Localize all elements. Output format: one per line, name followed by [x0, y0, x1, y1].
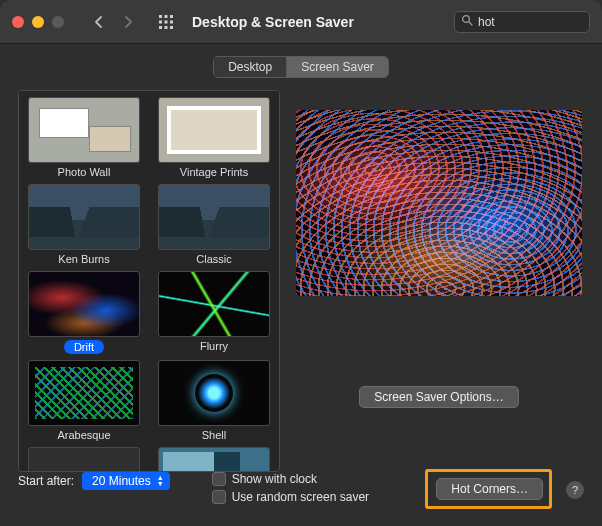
- svg-rect-4: [165, 20, 168, 23]
- checkbox-icon: [212, 472, 226, 486]
- svg-rect-1: [165, 15, 168, 18]
- tab-desktop[interactable]: Desktop: [214, 57, 286, 77]
- start-after-label: Start after:: [18, 474, 74, 488]
- screensaver-item-flurry[interactable]: Flurry: [153, 271, 275, 354]
- search-input[interactable]: [478, 15, 602, 29]
- use-random-checkbox[interactable]: Use random screen saver: [212, 490, 369, 504]
- screensaver-list[interactable]: Photo WallVintage PrintsKen BurnsClassic…: [18, 90, 280, 472]
- hot-corners-button[interactable]: Hot Corners…: [436, 478, 543, 500]
- screensaver-item-vintage-prints[interactable]: Vintage Prints: [153, 97, 275, 178]
- screensaver-caption: Vintage Prints: [180, 166, 248, 178]
- screensaver-caption: Arabesque: [57, 429, 110, 441]
- svg-rect-0: [159, 15, 162, 18]
- screensaver-caption: Flurry: [200, 340, 228, 352]
- screensaver-item-album-artwork[interactable]: Album Artwork: [153, 447, 275, 472]
- checkbox-icon: [212, 490, 226, 504]
- close-window-button[interactable]: [12, 16, 24, 28]
- zoom-window-button[interactable]: [52, 16, 64, 28]
- screensaver-thumbnail: [28, 271, 140, 337]
- screensaver-caption: Photo Wall: [58, 166, 111, 178]
- screensaver-thumbnail: [158, 271, 270, 337]
- search-icon: [461, 14, 473, 29]
- titlebar: Desktop & Screen Saver ✕: [0, 0, 602, 44]
- tab-screen-saver[interactable]: Screen Saver: [286, 57, 388, 77]
- screensaver-item-shell[interactable]: Shell: [153, 360, 275, 441]
- forward-button[interactable]: [116, 11, 140, 33]
- svg-rect-6: [159, 26, 162, 29]
- screensaver-thumbnail: [28, 360, 140, 426]
- search-field[interactable]: ✕: [454, 11, 590, 33]
- start-after-value: 20 Minutes: [92, 474, 151, 488]
- hot-corners-highlight: Hot Corners…: [425, 469, 552, 509]
- svg-rect-3: [159, 20, 162, 23]
- screensaver-thumbnail: [158, 447, 270, 472]
- screensaver-item-message[interactable]: AaMessage: [23, 447, 145, 472]
- screensaver-caption: Ken Burns: [58, 253, 109, 265]
- svg-rect-2: [170, 15, 173, 18]
- screensaver-thumbnail: [158, 360, 270, 426]
- screensaver-caption: Classic: [196, 253, 231, 265]
- help-button[interactable]: ?: [566, 481, 584, 499]
- svg-rect-5: [170, 20, 173, 23]
- screensaver-thumbnail: [158, 184, 270, 250]
- screensaver-item-arabesque[interactable]: Arabesque: [23, 360, 145, 441]
- back-button[interactable]: [86, 11, 110, 33]
- screensaver-thumbnail: Aa: [28, 447, 140, 472]
- show-with-clock-checkbox[interactable]: Show with clock: [212, 472, 369, 486]
- screensaver-preview: [296, 110, 582, 296]
- screensaver-item-classic[interactable]: Classic: [153, 184, 275, 265]
- nav-buttons: [86, 11, 140, 33]
- svg-line-10: [469, 22, 472, 25]
- window-title: Desktop & Screen Saver: [192, 14, 354, 30]
- screensaver-item-ken-burns[interactable]: Ken Burns: [23, 184, 145, 265]
- screensaver-item-photo-wall[interactable]: Photo Wall: [23, 97, 145, 178]
- screensaver-thumbnail: [28, 184, 140, 250]
- minimize-window-button[interactable]: [32, 16, 44, 28]
- screensaver-item-drift[interactable]: Drift: [23, 271, 145, 354]
- screen-saver-options-button[interactable]: Screen Saver Options…: [359, 386, 518, 408]
- screensaver-caption: Drift: [64, 340, 104, 354]
- window-controls: [12, 16, 64, 28]
- screensaver-thumbnail: [158, 97, 270, 163]
- screensaver-caption: Shell: [202, 429, 226, 441]
- svg-rect-7: [165, 26, 168, 29]
- show-all-prefs-button[interactable]: [158, 14, 174, 30]
- screensaver-thumbnail: [28, 97, 140, 163]
- start-after-dropdown[interactable]: 20 Minutes ▲▼: [82, 472, 170, 490]
- stepper-icon: ▲▼: [157, 475, 164, 487]
- tab-bar: Desktop Screen Saver: [18, 56, 584, 78]
- svg-rect-8: [170, 26, 173, 29]
